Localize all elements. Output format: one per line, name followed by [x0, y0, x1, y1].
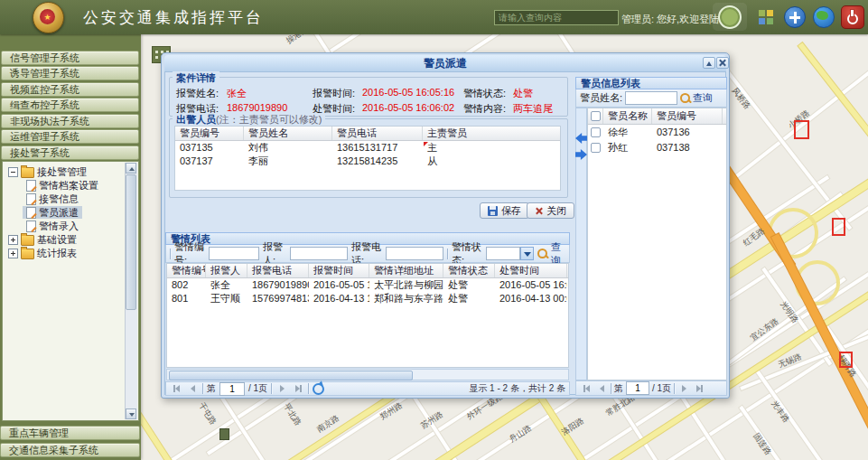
collapse-icon[interactable]	[703, 57, 715, 69]
row-checkbox[interactable]	[588, 125, 603, 140]
column-header[interactable]: 警员编号	[175, 127, 244, 140]
tree-node-dispatch-mgmt[interactable]: 接处警管理	[5, 165, 90, 178]
dispatch-grid-header: 警员编号 警员姓名 警员电话 主责警员	[175, 127, 560, 141]
cell-primary-flag[interactable]: 主	[423, 141, 561, 155]
prev-page-icon[interactable]	[186, 383, 199, 395]
column-header[interactable]: 警情状态	[443, 264, 495, 277]
refresh-icon[interactable]	[313, 383, 324, 395]
tree-node-alarm-entry[interactable]: 警情录入	[23, 220, 82, 232]
officer-search-button[interactable]: 查询	[693, 91, 713, 105]
officer-name-input[interactable]	[625, 91, 677, 105]
column-header[interactable]: 报警电话	[247, 264, 309, 277]
search-icon[interactable]	[537, 249, 547, 258]
sidebar-item-offsite[interactable]: 非现场执法子系统	[1, 114, 139, 128]
chevron-down-icon[interactable]	[520, 247, 534, 260]
sidebar-item-guidance[interactable]: 诱导管理子系统	[1, 66, 139, 80]
scrollbar-thumb[interactable]	[169, 371, 413, 380]
window-titlebar[interactable]: 警员派遣	[164, 55, 726, 71]
header-bar: ★ 公安交通集成指挥平台 管理员: 您好,欢迎登陆使用	[0, 0, 868, 34]
map-marker[interactable]	[832, 218, 845, 236]
sidebar-item-investigation[interactable]: 缉查布控子系统	[1, 98, 139, 112]
sidebar-item-traffic-collect[interactable]: 交通信息采集子系统	[0, 443, 140, 457]
map-marker[interactable]	[839, 352, 853, 368]
select-all-checkbox[interactable]	[588, 108, 603, 124]
table-row[interactable]: 037135 刘伟 13615131717 主	[175, 141, 560, 155]
collapse-box-icon[interactable]	[8, 167, 18, 177]
close-icon	[535, 207, 543, 215]
alarm-id-input[interactable]	[209, 247, 259, 260]
table-row[interactable]: 801 王守顺 15769974813 2016-04-13 12:... 郑和…	[167, 292, 568, 305]
apps-grid-button[interactable]	[752, 3, 779, 31]
save-button[interactable]: 保存	[480, 202, 529, 219]
scroll-down-icon[interactable]	[126, 408, 136, 419]
folder-icon	[21, 249, 34, 259]
tree-node-alarm-archive[interactable]: 警情档案设置	[23, 179, 102, 192]
sidebar-item-om[interactable]: 运维管理子系统	[1, 129, 139, 144]
scroll-up-icon[interactable]	[126, 163, 136, 174]
sidebar-item-key-vehicle[interactable]: 重点车辆管理	[0, 426, 140, 440]
status-select[interactable]	[486, 247, 520, 260]
transfer-gutter	[575, 108, 587, 380]
recycle-button[interactable]	[713, 3, 747, 31]
page-number-input[interactable]	[626, 381, 649, 395]
reporter-input[interactable]	[290, 247, 348, 260]
last-page-icon[interactable]	[693, 382, 705, 394]
plus-icon	[784, 6, 806, 28]
tree-node-label: 基础设置	[37, 233, 77, 247]
page-icon	[26, 193, 36, 205]
column-header[interactable]: 警员电话	[332, 127, 423, 140]
column-header[interactable]: 处警时间	[495, 264, 567, 277]
column-header[interactable]: 警情详细地址	[369, 264, 443, 277]
column-header[interactable]: 警员姓名	[244, 127, 332, 140]
tree-node-stat-reports[interactable]: 统计报表	[5, 247, 80, 259]
sidebar-item-video[interactable]: 视频监控子系统	[1, 82, 139, 97]
tree-node-base-settings[interactable]: 基础设置	[5, 233, 80, 246]
logout-button[interactable]	[838, 3, 866, 31]
add-button[interactable]	[781, 3, 808, 31]
table-row[interactable]: 802 张全 18679019890 2016-05-05 16:... 太平北…	[167, 278, 568, 292]
column-header[interactable]: 警员名称	[603, 108, 652, 124]
column-header[interactable]: 主责警员	[423, 127, 561, 140]
cell-primary-flag[interactable]: 从	[423, 155, 561, 168]
map-mode-button[interactable]	[810, 3, 837, 31]
list-item[interactable]: 徐华 037136	[588, 125, 726, 140]
search-icon[interactable]	[680, 93, 690, 103]
page-number-input[interactable]	[219, 382, 245, 396]
alarm-grid-header: 警情编号 报警人 报警电话 报警时间 警情详细地址 警情状态 处警时间	[167, 264, 568, 278]
phone-input[interactable]	[386, 247, 443, 260]
list-item[interactable]: 孙红 037138	[588, 140, 726, 155]
star-icon: ★	[40, 9, 55, 24]
close-button[interactable]: 关闭	[527, 202, 574, 219]
first-page-icon[interactable]	[170, 383, 182, 395]
horizontal-scrollbar[interactable]	[166, 369, 569, 380]
cell-alarm-id: 802	[167, 278, 206, 292]
first-page-icon[interactable]	[580, 382, 593, 394]
expand-box-icon[interactable]	[8, 235, 18, 245]
tree-node-label: 警情档案设置	[39, 179, 98, 192]
map-marker[interactable]	[794, 120, 809, 139]
last-page-icon[interactable]	[292, 383, 304, 395]
folder-icon	[21, 235, 34, 246]
column-header[interactable]: 警员编号	[652, 108, 723, 124]
column-header[interactable]: 报警人	[206, 264, 247, 277]
tree-node-officer-dispatch[interactable]: 警员派遣	[23, 206, 82, 219]
page-prefix: 第	[207, 382, 216, 395]
next-page-icon[interactable]	[275, 383, 288, 395]
column-header[interactable]: 报警时间	[309, 264, 369, 277]
prev-page-icon[interactable]	[595, 382, 608, 394]
cell-phone: 18679019890	[247, 278, 309, 292]
table-row[interactable]: 037137 李丽 13215814235 从	[175, 155, 560, 168]
row-checkbox[interactable]	[588, 140, 603, 155]
expand-box-icon[interactable]	[8, 249, 18, 258]
tree-node-alarm-info[interactable]: 接警信息	[23, 192, 82, 205]
global-search-input[interactable]	[494, 10, 619, 25]
cell-reporter: 张全	[206, 278, 247, 292]
cell-officer-name: 孙红	[603, 140, 652, 155]
close-icon[interactable]	[716, 57, 729, 69]
sidebar-item-signal[interactable]: 信号管理子系统	[1, 51, 139, 65]
sidebar-item-dispatch-system[interactable]: 接处警子系统	[1, 146, 139, 160]
tree-scrollbar[interactable]	[125, 163, 137, 419]
scrollbar-thumb[interactable]	[126, 174, 136, 310]
column-header-sorted[interactable]: 警情编号	[167, 264, 206, 277]
next-page-icon[interactable]	[677, 382, 690, 394]
